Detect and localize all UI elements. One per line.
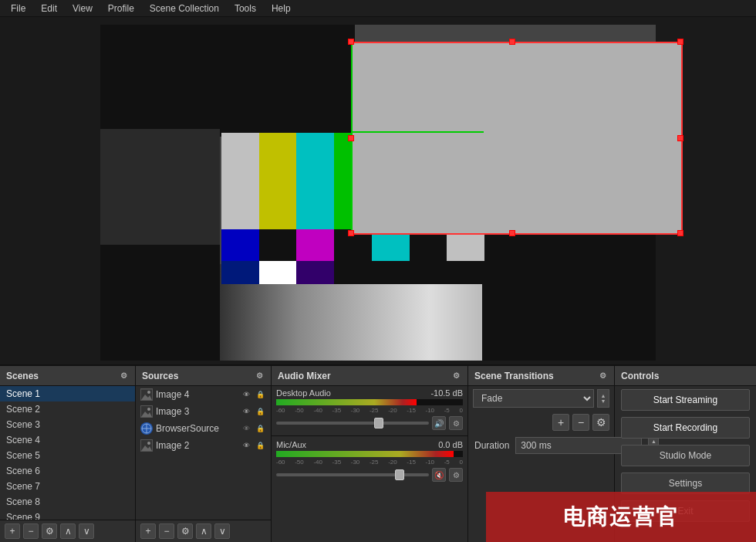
scene-item-6[interactable]: Scene 6 (0, 463, 135, 479)
settings-button[interactable]: Settings (621, 473, 750, 494)
source-lock-image2[interactable]: 🔒 (254, 440, 266, 451)
transitions-title: Scene Transitions (474, 371, 554, 381)
start-recording-button[interactable]: Start Recording (621, 417, 750, 439)
scene-remove-button[interactable]: − (23, 523, 39, 539)
desktop-audio-meter (276, 399, 463, 405)
mic-aux-meter-bar (276, 451, 454, 457)
scene-item-8[interactable]: Scene 8 (0, 494, 135, 510)
scenes-title: Scenes (6, 371, 39, 381)
mic-aux-label: Mic/Aux (276, 440, 306, 449)
source-eye-image3[interactable]: 👁 (240, 406, 252, 417)
desktop-audio-scale: -60-50-40-35-30-25-20-15-10-50 (276, 407, 463, 414)
desktop-audio-settings[interactable]: ⚙ (449, 416, 463, 430)
audio-divider (272, 435, 467, 436)
source-item-image3[interactable]: Image 3 👁 🔒 (136, 403, 271, 420)
desktop-audio-fader[interactable] (276, 422, 429, 425)
scene-item-1[interactable]: Scene 1 (0, 386, 135, 401)
duration-row: Duration ▲ ▼ (468, 434, 614, 457)
handle-tl[interactable] (348, 39, 354, 45)
sources-list: Image 4 👁 🔒 Image 3 👁 🔒 (136, 386, 271, 520)
transitions-panel-header: Scene Transitions ⚙ (468, 366, 614, 386)
menu-view[interactable]: View (65, 2, 100, 15)
scene-add-button[interactable]: + (5, 523, 20, 539)
source-lock-browser[interactable]: 🔒 (254, 423, 266, 434)
audio-title: Audio Mixer (278, 371, 331, 381)
audio-config-icon[interactable]: ⚙ (451, 371, 461, 381)
scene-item-9[interactable]: Scene 9 (0, 510, 135, 520)
handle-br[interactable] (677, 230, 683, 236)
transition-remove-button[interactable]: − (572, 414, 589, 431)
sources-title: Sources (142, 371, 178, 381)
source-item-browser[interactable]: BrowserSource 👁 🔒 (136, 420, 271, 437)
scene-item-2[interactable]: Scene 2 (0, 401, 135, 417)
transform-line-horizontal (351, 131, 484, 133)
sources-toolbar: + − ⚙ ∧ ∨ (136, 520, 271, 542)
mic-aux-meter (276, 451, 463, 457)
controls-panel-header: Controls (615, 366, 756, 386)
source-name-image3: Image 3 (156, 406, 237, 417)
scenes-panel: Scenes ⚙ Scene 1 Scene 2 Scene 3 Scene 4… (0, 366, 136, 542)
handle-mr[interactable] (677, 135, 683, 141)
menu-profile[interactable]: Profile (100, 2, 142, 15)
scene-item-7[interactable]: Scene 7 (0, 479, 135, 494)
source-eye-image4[interactable]: 👁 (240, 389, 252, 400)
source-up-button[interactable]: ∧ (196, 523, 211, 539)
source-icon-browser (140, 422, 153, 435)
mic-aux-fader[interactable] (276, 473, 429, 476)
studio-mode-button[interactable]: Studio Mode (621, 445, 750, 466)
source-config-button[interactable]: ⚙ (177, 523, 193, 539)
mic-aux-fader-row: 🔇 ⚙ (276, 468, 463, 482)
scene-config-button[interactable]: ⚙ (42, 523, 57, 539)
transition-add-button[interactable]: + (552, 414, 569, 431)
scene-item-5[interactable]: Scene 5 (0, 448, 135, 463)
audio-panel-header: Audio Mixer ⚙ (272, 366, 467, 386)
scenes-config-icon[interactable]: ⚙ (118, 371, 129, 381)
scene-item-3[interactable]: Scene 3 (0, 417, 135, 432)
source-lock-image4[interactable]: 🔒 (254, 389, 266, 400)
preview-dark-right (679, 17, 756, 364)
start-streaming-button[interactable]: Start Streaming (621, 389, 750, 411)
source-lock-image3[interactable]: 🔒 (254, 406, 266, 417)
scene-up-button[interactable]: ∧ (60, 523, 76, 539)
menu-tools[interactable]: Tools (227, 2, 264, 15)
transition-dropdown[interactable]: Fade Cut Swipe Slide (473, 389, 594, 408)
mic-aux-mute[interactable]: 🔇 (432, 468, 446, 482)
sources-config-icon[interactable]: ⚙ (254, 371, 265, 381)
source-item-image4[interactable]: Image 4 👁 🔒 (136, 386, 271, 403)
source-eye-image2[interactable]: 👁 (240, 440, 252, 451)
menu-scene-collection[interactable]: Scene Collection (142, 2, 227, 15)
transition-spinner[interactable]: ▲ ▼ (597, 389, 609, 408)
source-remove-button[interactable]: − (159, 523, 174, 539)
scenes-panel-header: Scenes ⚙ (0, 366, 135, 386)
scenes-list: Scene 1 Scene 2 Scene 3 Scene 4 Scene 5 … (0, 386, 135, 520)
preview-dark-left (0, 17, 108, 364)
source-add-button[interactable]: + (140, 523, 156, 539)
menu-file[interactable]: File (3, 2, 33, 15)
mic-aux-settings[interactable]: ⚙ (449, 468, 463, 482)
transition-settings-button[interactable]: ⚙ (592, 414, 609, 431)
desktop-audio-mute[interactable]: 🔊 (432, 416, 446, 430)
source-down-button[interactable]: ∨ (214, 523, 230, 539)
handle-tr[interactable] (677, 39, 683, 45)
scene-item-4[interactable]: Scene 4 (0, 432, 135, 448)
handle-bl[interactable] (348, 230, 354, 236)
scene-down-button[interactable]: ∨ (79, 523, 94, 539)
canvas-selected-element[interactable] (351, 42, 683, 235)
handle-tc[interactable] (509, 39, 515, 45)
audio-track-desktop: Desktop Audio -10.5 dB -60-50-40-35-30-2… (272, 386, 467, 434)
source-name-image2: Image 2 (156, 440, 237, 451)
transition-select-row: Fade Cut Swipe Slide ▲ ▼ (468, 386, 614, 411)
transitions-config-icon[interactable]: ⚙ (597, 371, 608, 381)
source-eye-browser[interactable]: 👁 (240, 423, 252, 434)
mic-aux-scale: -60-50-40-35-30-25-20-15-10-50 (276, 459, 463, 466)
source-item-image2[interactable]: Image 2 👁 🔒 (136, 437, 271, 454)
desktop-audio-label: Desktop Audio (276, 388, 331, 398)
desktop-audio-fader-row: 🔊 ⚙ (276, 416, 463, 430)
handle-bc[interactable] (509, 230, 515, 236)
audio-mixer-panel: Audio Mixer ⚙ Desktop Audio -10.5 dB -60… (272, 366, 468, 542)
menu-edit[interactable]: Edit (33, 2, 65, 15)
source-icon-image2 (140, 439, 153, 452)
handle-cb-center[interactable] (348, 135, 354, 141)
menu-help[interactable]: Help (264, 2, 299, 15)
source-name-browser: BrowserSource (156, 423, 237, 434)
